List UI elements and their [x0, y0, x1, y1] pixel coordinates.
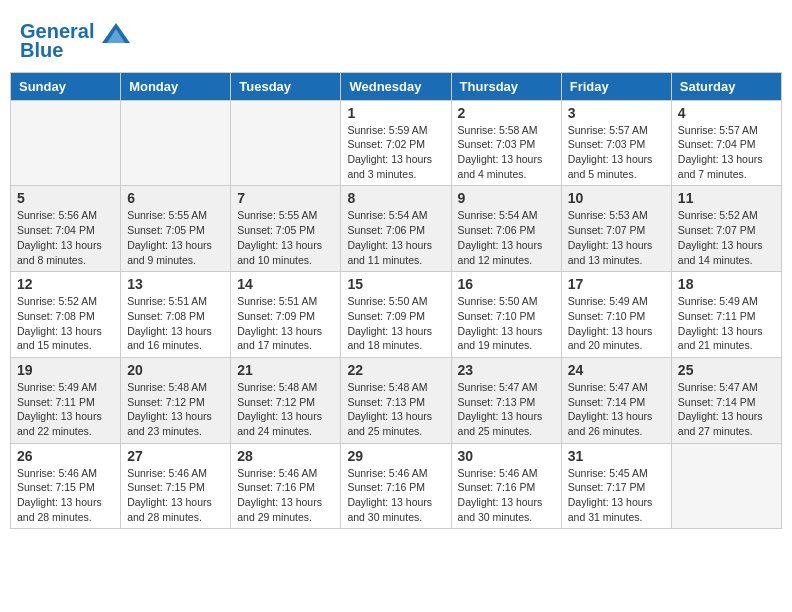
daylight-text: Daylight: 13 hours and 30 minutes.	[347, 495, 444, 524]
calendar-cell: 21Sunrise: 5:48 AMSunset: 7:12 PMDayligh…	[231, 357, 341, 443]
sunrise-text: Sunrise: 5:46 AM	[127, 466, 224, 481]
sunrise-text: Sunrise: 5:58 AM	[458, 123, 555, 138]
day-number: 17	[568, 276, 665, 292]
calendar-cell: 6Sunrise: 5:55 AMSunset: 7:05 PMDaylight…	[121, 186, 231, 272]
calendar-cell: 22Sunrise: 5:48 AMSunset: 7:13 PMDayligh…	[341, 357, 451, 443]
sunset-text: Sunset: 7:11 PM	[678, 309, 775, 324]
daylight-text: Daylight: 13 hours and 3 minutes.	[347, 152, 444, 181]
calendar-cell: 28Sunrise: 5:46 AMSunset: 7:16 PMDayligh…	[231, 443, 341, 529]
day-info: Sunrise: 5:49 AMSunset: 7:10 PMDaylight:…	[568, 294, 665, 353]
day-number: 7	[237, 190, 334, 206]
day-info: Sunrise: 5:49 AMSunset: 7:11 PMDaylight:…	[678, 294, 775, 353]
daylight-text: Daylight: 13 hours and 12 minutes.	[458, 238, 555, 267]
daylight-text: Daylight: 13 hours and 7 minutes.	[678, 152, 775, 181]
day-number: 5	[17, 190, 114, 206]
day-info: Sunrise: 5:50 AMSunset: 7:09 PMDaylight:…	[347, 294, 444, 353]
calendar-cell: 25Sunrise: 5:47 AMSunset: 7:14 PMDayligh…	[671, 357, 781, 443]
sunrise-text: Sunrise: 5:52 AM	[17, 294, 114, 309]
day-info: Sunrise: 5:48 AMSunset: 7:13 PMDaylight:…	[347, 380, 444, 439]
daylight-text: Daylight: 13 hours and 25 minutes.	[347, 409, 444, 438]
day-info: Sunrise: 5:51 AMSunset: 7:09 PMDaylight:…	[237, 294, 334, 353]
calendar-cell	[121, 100, 231, 186]
daylight-text: Daylight: 13 hours and 29 minutes.	[237, 495, 334, 524]
sunset-text: Sunset: 7:04 PM	[17, 223, 114, 238]
sunrise-text: Sunrise: 5:49 AM	[568, 294, 665, 309]
daylight-text: Daylight: 13 hours and 8 minutes.	[17, 238, 114, 267]
day-number: 30	[458, 448, 555, 464]
sunrise-text: Sunrise: 5:48 AM	[127, 380, 224, 395]
sunrise-text: Sunrise: 5:59 AM	[347, 123, 444, 138]
day-info: Sunrise: 5:47 AMSunset: 7:14 PMDaylight:…	[678, 380, 775, 439]
calendar-cell: 29Sunrise: 5:46 AMSunset: 7:16 PMDayligh…	[341, 443, 451, 529]
sunrise-text: Sunrise: 5:47 AM	[568, 380, 665, 395]
sunset-text: Sunset: 7:03 PM	[568, 137, 665, 152]
sunrise-text: Sunrise: 5:50 AM	[458, 294, 555, 309]
calendar-week-3: 12Sunrise: 5:52 AMSunset: 7:08 PMDayligh…	[11, 272, 782, 358]
daylight-text: Daylight: 13 hours and 31 minutes.	[568, 495, 665, 524]
sunrise-text: Sunrise: 5:56 AM	[17, 208, 114, 223]
day-number: 20	[127, 362, 224, 378]
sunrise-text: Sunrise: 5:54 AM	[347, 208, 444, 223]
day-number: 31	[568, 448, 665, 464]
day-number: 13	[127, 276, 224, 292]
day-info: Sunrise: 5:54 AMSunset: 7:06 PMDaylight:…	[347, 208, 444, 267]
daylight-text: Daylight: 13 hours and 5 minutes.	[568, 152, 665, 181]
sunrise-text: Sunrise: 5:46 AM	[237, 466, 334, 481]
day-number: 19	[17, 362, 114, 378]
calendar-week-1: 1Sunrise: 5:59 AMSunset: 7:02 PMDaylight…	[11, 100, 782, 186]
sunset-text: Sunset: 7:16 PM	[458, 480, 555, 495]
sunrise-text: Sunrise: 5:47 AM	[458, 380, 555, 395]
day-info: Sunrise: 5:47 AMSunset: 7:14 PMDaylight:…	[568, 380, 665, 439]
weekday-header-saturday: Saturday	[671, 72, 781, 100]
daylight-text: Daylight: 13 hours and 25 minutes.	[458, 409, 555, 438]
sunset-text: Sunset: 7:09 PM	[347, 309, 444, 324]
day-info: Sunrise: 5:57 AMSunset: 7:03 PMDaylight:…	[568, 123, 665, 182]
sunrise-text: Sunrise: 5:53 AM	[568, 208, 665, 223]
daylight-text: Daylight: 13 hours and 16 minutes.	[127, 324, 224, 353]
sunset-text: Sunset: 7:04 PM	[678, 137, 775, 152]
logo-icon	[102, 23, 130, 43]
sunrise-text: Sunrise: 5:50 AM	[347, 294, 444, 309]
sunset-text: Sunset: 7:08 PM	[127, 309, 224, 324]
sunrise-text: Sunrise: 5:45 AM	[568, 466, 665, 481]
calendar-cell: 10Sunrise: 5:53 AMSunset: 7:07 PMDayligh…	[561, 186, 671, 272]
sunset-text: Sunset: 7:11 PM	[17, 395, 114, 410]
sunrise-text: Sunrise: 5:55 AM	[127, 208, 224, 223]
daylight-text: Daylight: 13 hours and 23 minutes.	[127, 409, 224, 438]
daylight-text: Daylight: 13 hours and 30 minutes.	[458, 495, 555, 524]
calendar-cell: 24Sunrise: 5:47 AMSunset: 7:14 PMDayligh…	[561, 357, 671, 443]
day-info: Sunrise: 5:56 AMSunset: 7:04 PMDaylight:…	[17, 208, 114, 267]
calendar-cell: 13Sunrise: 5:51 AMSunset: 7:08 PMDayligh…	[121, 272, 231, 358]
calendar-cell: 20Sunrise: 5:48 AMSunset: 7:12 PMDayligh…	[121, 357, 231, 443]
daylight-text: Daylight: 13 hours and 18 minutes.	[347, 324, 444, 353]
day-info: Sunrise: 5:46 AMSunset: 7:15 PMDaylight:…	[17, 466, 114, 525]
daylight-text: Daylight: 13 hours and 24 minutes.	[237, 409, 334, 438]
calendar-cell	[671, 443, 781, 529]
day-number: 28	[237, 448, 334, 464]
daylight-text: Daylight: 13 hours and 17 minutes.	[237, 324, 334, 353]
sunset-text: Sunset: 7:09 PM	[237, 309, 334, 324]
day-info: Sunrise: 5:53 AMSunset: 7:07 PMDaylight:…	[568, 208, 665, 267]
sunrise-text: Sunrise: 5:54 AM	[458, 208, 555, 223]
day-number: 21	[237, 362, 334, 378]
sunset-text: Sunset: 7:02 PM	[347, 137, 444, 152]
day-number: 14	[237, 276, 334, 292]
day-number: 23	[458, 362, 555, 378]
calendar-cell: 31Sunrise: 5:45 AMSunset: 7:17 PMDayligh…	[561, 443, 671, 529]
sunrise-text: Sunrise: 5:51 AM	[237, 294, 334, 309]
sunset-text: Sunset: 7:14 PM	[568, 395, 665, 410]
calendar-table: SundayMondayTuesdayWednesdayThursdayFrid…	[10, 72, 782, 530]
calendar-cell: 7Sunrise: 5:55 AMSunset: 7:05 PMDaylight…	[231, 186, 341, 272]
day-number: 4	[678, 105, 775, 121]
day-info: Sunrise: 5:55 AMSunset: 7:05 PMDaylight:…	[237, 208, 334, 267]
day-number: 16	[458, 276, 555, 292]
day-info: Sunrise: 5:52 AMSunset: 7:08 PMDaylight:…	[17, 294, 114, 353]
calendar-cell: 1Sunrise: 5:59 AMSunset: 7:02 PMDaylight…	[341, 100, 451, 186]
sunrise-text: Sunrise: 5:46 AM	[347, 466, 444, 481]
day-number: 11	[678, 190, 775, 206]
day-info: Sunrise: 5:52 AMSunset: 7:07 PMDaylight:…	[678, 208, 775, 267]
sunset-text: Sunset: 7:06 PM	[347, 223, 444, 238]
day-info: Sunrise: 5:46 AMSunset: 7:16 PMDaylight:…	[458, 466, 555, 525]
daylight-text: Daylight: 13 hours and 28 minutes.	[17, 495, 114, 524]
weekday-header-friday: Friday	[561, 72, 671, 100]
